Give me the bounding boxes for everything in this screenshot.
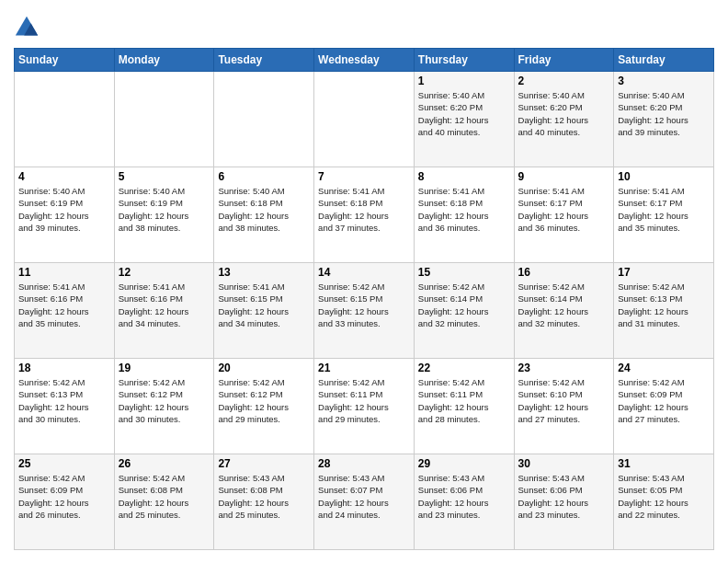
calendar-day-cell [214, 72, 314, 167]
calendar-week-row: 1Sunrise: 5:40 AM Sunset: 6:20 PM Daylig… [15, 72, 714, 167]
calendar-day-cell: 6Sunrise: 5:40 AM Sunset: 6:18 PM Daylig… [214, 167, 314, 263]
day-info: Sunrise: 5:42 AM Sunset: 6:11 PM Dayligh… [418, 376, 510, 425]
calendar-week-row: 4Sunrise: 5:40 AM Sunset: 6:19 PM Daylig… [15, 167, 714, 263]
day-info: Sunrise: 5:42 AM Sunset: 6:15 PM Dayligh… [318, 281, 410, 329]
calendar-day-cell: 15Sunrise: 5:42 AM Sunset: 6:14 PM Dayli… [414, 263, 514, 359]
day-of-week-header: Saturday [614, 49, 714, 72]
calendar-day-cell: 12Sunrise: 5:41 AM Sunset: 6:16 PM Dayli… [114, 263, 214, 359]
calendar-day-cell: 7Sunrise: 5:41 AM Sunset: 6:18 PM Daylig… [314, 167, 415, 263]
day-info: Sunrise: 5:40 AM Sunset: 6:20 PM Dayligh… [418, 89, 510, 138]
calendar-day-cell: 16Sunrise: 5:42 AM Sunset: 6:14 PM Dayli… [514, 263, 614, 359]
day-number: 9 [518, 170, 610, 183]
day-of-week-header: Tuesday [214, 49, 314, 72]
day-info: Sunrise: 5:43 AM Sunset: 6:07 PM Dayligh… [318, 472, 410, 521]
day-number: 6 [218, 170, 310, 183]
day-of-week-header: Friday [514, 49, 614, 72]
day-number: 23 [518, 362, 610, 374]
day-number: 27 [218, 457, 310, 470]
calendar-day-cell [314, 72, 415, 167]
calendar-day-cell: 30Sunrise: 5:43 AM Sunset: 6:06 PM Dayli… [514, 454, 614, 550]
calendar-day-cell: 3Sunrise: 5:40 AM Sunset: 6:20 PM Daylig… [614, 72, 714, 167]
day-number: 13 [218, 266, 310, 279]
calendar-day-cell: 18Sunrise: 5:42 AM Sunset: 6:13 PM Dayli… [15, 359, 115, 454]
day-number: 30 [518, 457, 610, 470]
day-info: Sunrise: 5:43 AM Sunset: 6:05 PM Dayligh… [618, 472, 710, 521]
calendar-day-cell: 1Sunrise: 5:40 AM Sunset: 6:20 PM Daylig… [414, 72, 514, 167]
calendar-day-cell: 19Sunrise: 5:42 AM Sunset: 6:12 PM Dayli… [114, 359, 214, 454]
day-number: 8 [418, 170, 510, 183]
day-number: 20 [218, 362, 310, 374]
day-info: Sunrise: 5:41 AM Sunset: 6:17 PM Dayligh… [618, 185, 710, 234]
calendar-day-cell: 14Sunrise: 5:42 AM Sunset: 6:15 PM Dayli… [314, 263, 415, 359]
day-number: 18 [18, 362, 110, 374]
calendar-day-cell: 21Sunrise: 5:42 AM Sunset: 6:11 PM Dayli… [314, 359, 415, 454]
day-info: Sunrise: 5:43 AM Sunset: 6:06 PM Dayligh… [418, 472, 510, 521]
day-number: 5 [119, 170, 210, 183]
calendar-day-cell: 31Sunrise: 5:43 AM Sunset: 6:05 PM Dayli… [614, 454, 714, 550]
calendar-day-cell: 23Sunrise: 5:42 AM Sunset: 6:10 PM Dayli… [514, 359, 614, 454]
day-info: Sunrise: 5:41 AM Sunset: 6:15 PM Dayligh… [218, 281, 310, 329]
day-info: Sunrise: 5:42 AM Sunset: 6:10 PM Dayligh… [518, 376, 610, 425]
day-info: Sunrise: 5:42 AM Sunset: 6:12 PM Dayligh… [119, 376, 210, 425]
day-info: Sunrise: 5:41 AM Sunset: 6:16 PM Dayligh… [119, 281, 210, 329]
day-number: 14 [318, 266, 410, 279]
day-info: Sunrise: 5:42 AM Sunset: 6:13 PM Dayligh… [618, 281, 710, 329]
calendar-day-cell [15, 72, 115, 167]
day-number: 16 [518, 266, 610, 279]
day-info: Sunrise: 5:41 AM Sunset: 6:16 PM Dayligh… [18, 281, 110, 329]
calendar-day-cell: 27Sunrise: 5:43 AM Sunset: 6:08 PM Dayli… [214, 454, 314, 550]
day-number: 4 [18, 170, 110, 183]
calendar-day-cell: 5Sunrise: 5:40 AM Sunset: 6:19 PM Daylig… [114, 167, 214, 263]
header [14, 9, 714, 40]
day-info: Sunrise: 5:41 AM Sunset: 6:18 PM Dayligh… [318, 185, 410, 234]
day-number: 12 [119, 266, 210, 279]
day-of-week-header: Thursday [414, 49, 514, 72]
calendar-day-cell: 8Sunrise: 5:41 AM Sunset: 6:18 PM Daylig… [414, 167, 514, 263]
day-of-week-header: Sunday [15, 49, 115, 72]
day-number: 28 [318, 457, 410, 470]
day-number: 22 [418, 362, 510, 374]
day-info: Sunrise: 5:40 AM Sunset: 6:20 PM Dayligh… [618, 89, 710, 138]
day-number: 7 [318, 170, 410, 183]
day-info: Sunrise: 5:40 AM Sunset: 6:19 PM Dayligh… [119, 185, 210, 234]
day-info: Sunrise: 5:42 AM Sunset: 6:09 PM Dayligh… [618, 376, 710, 425]
calendar-day-cell: 20Sunrise: 5:42 AM Sunset: 6:12 PM Dayli… [214, 359, 314, 454]
day-of-week-header: Monday [114, 49, 214, 72]
calendar-day-cell: 26Sunrise: 5:42 AM Sunset: 6:08 PM Dayli… [114, 454, 214, 550]
calendar-day-cell: 22Sunrise: 5:42 AM Sunset: 6:11 PM Dayli… [414, 359, 514, 454]
day-info: Sunrise: 5:42 AM Sunset: 6:08 PM Dayligh… [119, 472, 210, 521]
calendar-day-cell: 4Sunrise: 5:40 AM Sunset: 6:19 PM Daylig… [15, 167, 115, 263]
day-info: Sunrise: 5:42 AM Sunset: 6:14 PM Dayligh… [418, 281, 510, 329]
day-info: Sunrise: 5:42 AM Sunset: 6:11 PM Dayligh… [318, 376, 410, 425]
logo-icon [14, 15, 40, 40]
day-number: 3 [618, 75, 710, 87]
calendar-week-row: 11Sunrise: 5:41 AM Sunset: 6:16 PM Dayli… [15, 263, 714, 359]
calendar-day-cell: 24Sunrise: 5:42 AM Sunset: 6:09 PM Dayli… [614, 359, 714, 454]
day-info: Sunrise: 5:40 AM Sunset: 6:20 PM Dayligh… [518, 89, 610, 138]
calendar-day-cell: 2Sunrise: 5:40 AM Sunset: 6:20 PM Daylig… [514, 72, 614, 167]
day-number: 1 [418, 75, 510, 87]
day-info: Sunrise: 5:41 AM Sunset: 6:18 PM Dayligh… [418, 185, 510, 234]
day-info: Sunrise: 5:42 AM Sunset: 6:12 PM Dayligh… [218, 376, 310, 425]
calendar-day-cell: 11Sunrise: 5:41 AM Sunset: 6:16 PM Dayli… [15, 263, 115, 359]
calendar-header-row: SundayMondayTuesdayWednesdayThursdayFrid… [15, 49, 714, 72]
day-number: 10 [618, 170, 710, 183]
calendar-day-cell: 13Sunrise: 5:41 AM Sunset: 6:15 PM Dayli… [214, 263, 314, 359]
day-number: 26 [119, 457, 210, 470]
calendar-day-cell [114, 72, 214, 167]
page: SundayMondayTuesdayWednesdayThursdayFrid… [0, 0, 728, 563]
calendar-day-cell: 9Sunrise: 5:41 AM Sunset: 6:17 PM Daylig… [514, 167, 614, 263]
day-number: 15 [418, 266, 510, 279]
day-number: 24 [618, 362, 710, 374]
calendar-day-cell: 28Sunrise: 5:43 AM Sunset: 6:07 PM Dayli… [314, 454, 415, 550]
day-info: Sunrise: 5:42 AM Sunset: 6:09 PM Dayligh… [18, 472, 110, 521]
day-number: 11 [18, 266, 110, 279]
day-number: 25 [18, 457, 110, 470]
day-number: 17 [618, 266, 710, 279]
calendar-day-cell: 25Sunrise: 5:42 AM Sunset: 6:09 PM Dayli… [15, 454, 115, 550]
day-info: Sunrise: 5:42 AM Sunset: 6:13 PM Dayligh… [18, 376, 110, 425]
calendar-day-cell: 17Sunrise: 5:42 AM Sunset: 6:13 PM Dayli… [614, 263, 714, 359]
day-of-week-header: Wednesday [314, 49, 415, 72]
calendar-week-row: 25Sunrise: 5:42 AM Sunset: 6:09 PM Dayli… [15, 454, 714, 550]
day-info: Sunrise: 5:40 AM Sunset: 6:18 PM Dayligh… [218, 185, 310, 234]
